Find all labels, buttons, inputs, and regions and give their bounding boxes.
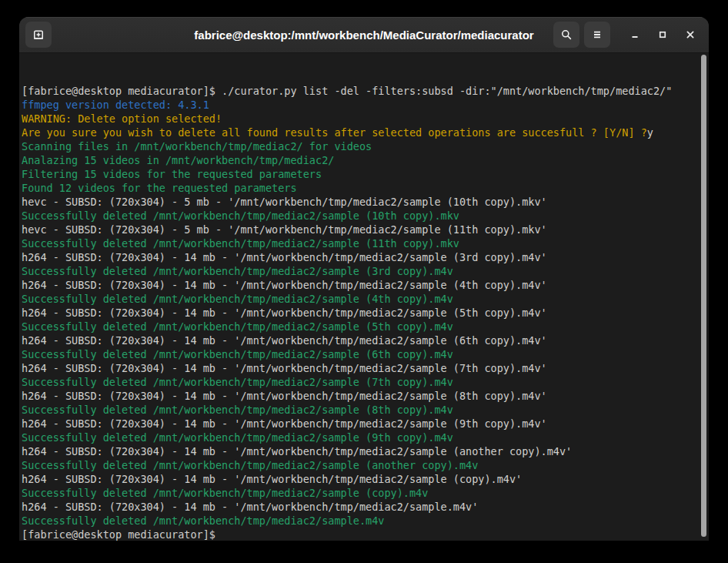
terminal-output: [fabrice@desktop mediacurator]$ ./curato…: [22, 84, 696, 541]
terminal-line: h264 - SUBSD: (720x304) - 14 mb - '/mnt/…: [22, 472, 696, 486]
window-controls: [621, 17, 704, 52]
terminal-line: Successfully deleted /mnt/workbench/tmp/…: [22, 486, 696, 500]
terminal-line: Successfully deleted /mnt/workbench/tmp/…: [22, 375, 696, 389]
terminal-line: WARNING: Delete option selected!: [22, 112, 696, 126]
terminal-line: Analazing 15 videos in /mnt/workbench/tm…: [22, 153, 696, 167]
terminal-line: h264 - SUBSD: (720x304) - 14 mb - '/mnt/…: [22, 333, 696, 347]
terminal-line: Successfully deleted /mnt/workbench/tmp/…: [22, 347, 696, 361]
tab-new-icon: [32, 28, 45, 41]
maximize-button[interactable]: [649, 17, 676, 52]
terminal-line: Successfully deleted /mnt/workbench/tmp/…: [22, 458, 696, 472]
terminal-line: ffmpeg version detected: 4.3.1: [22, 98, 696, 112]
minimize-button[interactable]: [621, 17, 649, 52]
terminal-line: h264 - SUBSD: (720x304) - 14 mb - '/mnt/…: [22, 500, 696, 514]
terminal-line: h264 - SUBSD: (720x304) - 14 mb - '/mnt/…: [22, 444, 696, 458]
terminal-line: [fabrice@desktop mediacurator]$: [22, 528, 696, 541]
terminal-line: h264 - SUBSD: (720x304) - 14 mb - '/mnt/…: [22, 361, 696, 375]
scrollbar-thumb[interactable]: [701, 55, 706, 537]
terminal-line: hevc - SUBSD: (720x304) - 5 mb - '/mnt/w…: [22, 223, 696, 236]
menu-button[interactable]: [584, 22, 610, 48]
search-button[interactable]: [553, 22, 579, 48]
search-icon: [560, 28, 573, 41]
terminal-line: Scanning files in /mnt/workbench/tmp/med…: [22, 139, 696, 153]
terminal-line: h264 - SUBSD: (720x304) - 14 mb - '/mnt/…: [22, 278, 696, 292]
terminal-line: Are you sure you wish to delete all foun…: [22, 126, 696, 139]
terminal-line: h264 - SUBSD: (720x304) - 14 mb - '/mnt/…: [22, 417, 696, 431]
new-tab-button[interactable]: [25, 22, 52, 48]
terminal-line: h264 - SUBSD: (720x304) - 14 mb - '/mnt/…: [22, 306, 696, 320]
terminal-line: Successfully deleted /mnt/workbench/tmp/…: [22, 292, 696, 306]
terminal-line: hevc - SUBSD: (720x304) - 5 mb - '/mnt/w…: [22, 195, 696, 209]
terminal-line: Successfully deleted /mnt/workbench/tmp/…: [22, 320, 696, 333]
maximize-icon: [656, 28, 669, 41]
terminal-line: Filtering 15 videos for the requested pa…: [22, 167, 696, 181]
terminal-screen[interactable]: [fabrice@desktop mediacurator]$ ./curato…: [19, 53, 709, 541]
terminal-window: fabrice@desktop:/mnt/workbench/MediaCura…: [19, 17, 709, 541]
terminal-line: Successfully deleted /mnt/workbench/tmp/…: [22, 514, 696, 528]
terminal-line: Found 12 videos for the requested parame…: [22, 181, 696, 195]
terminal-line: h264 - SUBSD: (720x304) - 14 mb - '/mnt/…: [22, 250, 696, 264]
minimize-icon: [629, 28, 641, 41]
terminal-line: Successfully deleted /mnt/workbench/tmp/…: [22, 236, 696, 250]
terminal-line: Successfully deleted /mnt/workbench/tmp/…: [22, 431, 696, 444]
terminal-line: [fabrice@desktop mediacurator]$ ./curato…: [22, 84, 696, 98]
terminal-line: Successfully deleted /mnt/workbench/tmp/…: [22, 403, 696, 417]
hamburger-menu-icon: [591, 28, 603, 41]
close-button[interactable]: [676, 17, 704, 52]
terminal-line: Successfully deleted /mnt/workbench/tmp/…: [22, 209, 696, 223]
titlebar[interactable]: fabrice@desktop:/mnt/workbench/MediaCura…: [19, 17, 709, 53]
close-icon: [684, 28, 696, 41]
terminal-line: h264 - SUBSD: (720x304) - 14 mb - '/mnt/…: [22, 389, 696, 403]
terminal-line: Successfully deleted /mnt/workbench/tmp/…: [22, 264, 696, 278]
